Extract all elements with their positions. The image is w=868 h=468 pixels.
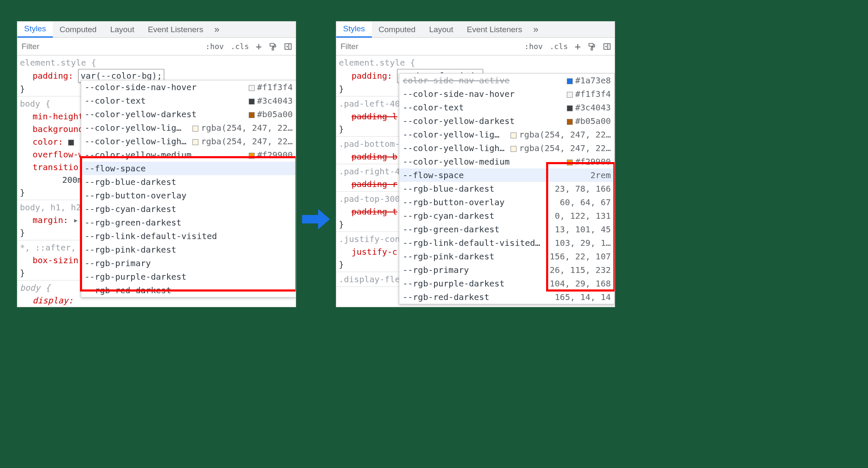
styles-filter-input[interactable] bbox=[17, 39, 202, 55]
new-style-rule-button[interactable]: + bbox=[253, 40, 265, 53]
hov-toggle[interactable]: :hov bbox=[202, 40, 227, 52]
devtools-panel-left: Styles Computed Layout Event Listeners »… bbox=[17, 21, 296, 307]
arrow-icon bbox=[301, 206, 331, 232]
styles-toolbar: :hov .cls + bbox=[336, 38, 615, 55]
tab-styles[interactable]: Styles bbox=[336, 21, 372, 38]
autocomplete-item[interactable]: --flow-space bbox=[81, 162, 296, 175]
autocomplete-item[interactable]: --color-yellow-medium#f29900 bbox=[81, 148, 296, 162]
autocomplete-item[interactable]: --color-yellow-darkest#b05a00 bbox=[81, 107, 296, 121]
autocomplete-item[interactable]: color side nav active#1a73e8 bbox=[399, 74, 614, 87]
panel-layout-icon[interactable] bbox=[599, 41, 615, 52]
autocomplete-item[interactable]: --rgb-link-default-visited…103, 29, 1… bbox=[399, 236, 614, 250]
styles-filter-input[interactable] bbox=[336, 39, 521, 55]
tab-layout[interactable]: Layout bbox=[422, 22, 460, 37]
autocomplete-item[interactable]: --rgb-blue-darkest23, 78, 166 bbox=[399, 182, 614, 195]
tab-event-listeners[interactable]: Event Listeners bbox=[141, 22, 210, 37]
selector-text: element.style { bbox=[20, 56, 293, 69]
autocomplete-item[interactable]: --rgb-link-default-visited bbox=[81, 229, 296, 243]
autocomplete-item[interactable]: --rgb-purple-darkest104, 29, 168 bbox=[399, 277, 614, 290]
autocomplete-item[interactable]: --color-yellow-ligh…rgba(254, 247, 22… bbox=[399, 141, 614, 155]
svg-rect-0 bbox=[270, 43, 274, 46]
styles-toolbar: :hov .cls + bbox=[17, 38, 296, 55]
autocomplete-item[interactable]: --rgb-purple-darkest bbox=[81, 270, 296, 284]
autocomplete-item[interactable]: --rgb-cyan-darkest bbox=[81, 202, 296, 216]
autocomplete-item[interactable]: --color-text#3c4043 bbox=[399, 101, 614, 114]
autocomplete-item[interactable]: --rgb-green-darkest13, 101, 45 bbox=[399, 223, 614, 236]
autocomplete-item[interactable]: --color-side-nav-hover#f1f3f4 bbox=[81, 80, 296, 94]
styles-content: element.style { padding: var(--color-bg)… bbox=[336, 55, 615, 307]
autocomplete-item[interactable]: --rgb-blue-darkest bbox=[81, 175, 296, 189]
svg-rect-2 bbox=[285, 44, 291, 49]
tabs-more-icon[interactable]: » bbox=[529, 24, 542, 35]
hov-toggle[interactable]: :hov bbox=[521, 40, 546, 52]
autocomplete-item[interactable]: --color-yellow-medium#f29900 bbox=[399, 155, 614, 168]
cls-toggle[interactable]: .cls bbox=[227, 40, 252, 52]
paint-icon[interactable] bbox=[584, 41, 599, 52]
tab-computed[interactable]: Computed bbox=[53, 22, 104, 37]
panel-layout-icon[interactable] bbox=[280, 41, 296, 52]
autocomplete-item[interactable]: --rgb-primary bbox=[81, 256, 296, 270]
paint-icon[interactable] bbox=[265, 41, 280, 52]
svg-rect-4 bbox=[591, 48, 592, 50]
autocomplete-item[interactable]: --rgb-pink-darkest156, 22, 107 bbox=[399, 250, 614, 263]
svg-rect-5 bbox=[604, 44, 610, 49]
autocomplete-popup[interactable]: color side nav active#1a73e8 --color-sid… bbox=[399, 73, 615, 304]
tab-styles[interactable]: Styles bbox=[17, 21, 53, 38]
tabs-bar: Styles Computed Layout Event Listeners » bbox=[336, 22, 615, 38]
new-style-rule-button[interactable]: + bbox=[571, 40, 584, 53]
autocomplete-item[interactable]: --flow-space2rem bbox=[399, 168, 614, 182]
cls-toggle[interactable]: .cls bbox=[546, 40, 571, 52]
autocomplete-item[interactable]: --color-side-nav-hover#f1f3f4 bbox=[399, 87, 614, 101]
tabs-bar: Styles Computed Layout Event Listeners » bbox=[17, 22, 296, 38]
tabs-more-icon[interactable]: » bbox=[210, 24, 223, 35]
svg-rect-3 bbox=[589, 43, 593, 46]
tab-computed[interactable]: Computed bbox=[372, 22, 423, 37]
autocomplete-popup[interactable]: --color-side-nav-hover#f1f3f4 --color-te… bbox=[81, 80, 296, 297]
color-swatch[interactable] bbox=[68, 140, 74, 146]
svg-rect-1 bbox=[272, 48, 273, 50]
tab-layout[interactable]: Layout bbox=[103, 22, 141, 37]
autocomplete-item[interactable]: --color-yellow-darkest#b05a00 bbox=[399, 114, 614, 128]
autocomplete-item[interactable]: --rgb-button-overlay60, 64, 67 bbox=[399, 195, 614, 209]
autocomplete-item[interactable]: --rgb-green-darkest bbox=[81, 216, 296, 229]
autocomplete-item[interactable]: --color-yellow-lig…rgba(254, 247, 22… bbox=[399, 128, 614, 141]
styles-content: element.style { padding: var(--color-bg)… bbox=[17, 55, 296, 307]
tab-event-listeners[interactable]: Event Listeners bbox=[460, 22, 529, 37]
autocomplete-item[interactable]: --rgb-button-overlay bbox=[81, 189, 296, 202]
autocomplete-item[interactable]: --rgb-pink-darkest bbox=[81, 243, 296, 256]
devtools-panel-right: Styles Computed Layout Event Listeners »… bbox=[336, 21, 615, 307]
autocomplete-item[interactable]: --color-yellow-lig…rgba(254, 247, 22… bbox=[81, 121, 296, 135]
autocomplete-item[interactable]: --rgb-red-darkest165, 14, 14 bbox=[399, 290, 614, 304]
autocomplete-item[interactable]: --rgb-primary26, 115, 232 bbox=[399, 263, 614, 277]
autocomplete-item[interactable]: --color-yellow-ligh…rgba(254, 247, 22… bbox=[81, 135, 296, 148]
autocomplete-item[interactable]: --rgb-cyan-darkest0, 122, 131 bbox=[399, 209, 614, 223]
autocomplete-item[interactable]: --color-text#3c4043 bbox=[81, 94, 296, 107]
autocomplete-item[interactable]: --rgb-red-darkest bbox=[81, 284, 296, 297]
